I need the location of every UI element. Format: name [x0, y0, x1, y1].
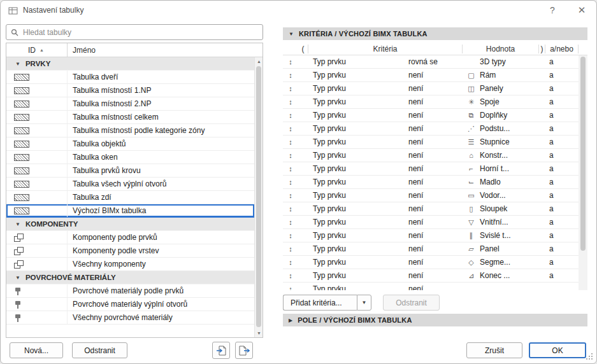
criteria-value[interactable]: ▢ Rám: [463, 71, 539, 80]
reorder-icon[interactable]: ↕: [283, 232, 298, 239]
criteria-logic[interactable]: a: [545, 231, 579, 240]
criteria-logic[interactable]: a: [545, 204, 579, 213]
reorder-icon[interactable]: ↕: [283, 205, 298, 213]
table-row[interactable]: Komponenty podle prvků: [6, 231, 254, 244]
reorder-icon[interactable]: ↕: [283, 285, 298, 290]
table-row[interactable]: Tabulka místností 1.NP: [6, 84, 254, 97]
criteria-operator[interactable]: není: [404, 231, 463, 240]
criteria-row[interactable]: ↕ Typ prvku není ◇ Segme... a: [283, 256, 579, 269]
criteria-panel-header[interactable]: ▼ KRITÉRIA / VÝCHOZÍ BIMX TABULKA: [283, 27, 587, 40]
column-header-name[interactable]: Jméno: [68, 46, 96, 55]
criteria-row[interactable]: ↕ Typ prvku není ∥ Svislé t... a: [283, 229, 579, 242]
criteria-logic[interactable]: a: [545, 97, 579, 106]
criteria-value[interactable]: ⌙ Madlo: [463, 178, 539, 186]
reorder-icon[interactable]: ↕: [283, 178, 298, 186]
criteria-row[interactable]: ↕ Typ prvku není ⋰ Podstu... a: [283, 122, 579, 136]
criteria-name[interactable]: Typ prvku: [308, 97, 404, 106]
cancel-button[interactable]: Zrušit: [466, 342, 522, 358]
criteria-logic[interactable]: a: [545, 164, 579, 173]
criteria-name[interactable]: Typ prvku: [308, 151, 404, 160]
table-row[interactable]: Tabulka všech výplní otvorů: [6, 178, 254, 191]
column-header-id[interactable]: ID: [28, 46, 36, 55]
criteria-value[interactable]: ▭ Vodor...: [463, 191, 539, 200]
table-row[interactable]: Komponenty podle vrstev: [6, 244, 254, 258]
reorder-icon[interactable]: ↕: [283, 245, 298, 253]
reorder-icon[interactable]: ↕: [283, 58, 298, 66]
criteria-logic[interactable]: a: [545, 111, 579, 120]
table-row[interactable]: Povrchové materiály podle prvků: [6, 284, 254, 298]
table-row[interactable]: Tabulka objektů: [6, 137, 254, 151]
reorder-icon[interactable]: ↕: [283, 125, 298, 132]
scroll-up-icon[interactable]: ▲: [255, 57, 263, 66]
reorder-icon[interactable]: ↕: [283, 138, 298, 146]
criteria-logic[interactable]: a: [545, 218, 579, 227]
criteria-value[interactable]: ▱ Panel: [463, 244, 539, 253]
reorder-icon[interactable]: ↕: [283, 258, 298, 266]
criteria-row[interactable]: ↕ Typ prvku není ▯ Sloupek a: [283, 202, 579, 216]
criteria-logic[interactable]: a: [545, 151, 579, 160]
criteria-row[interactable]: ↕ Typ prvku není ▢ Rám a: [283, 69, 579, 82]
criteria-value[interactable]: ⌐ Horní t...: [463, 164, 539, 173]
section-header[interactable]: ▼ PRVKY: [6, 57, 254, 71]
criteria-logic[interactable]: a: [545, 271, 579, 280]
criteria-row[interactable]: ↕ Typ prvku rovná se 3D typy a: [283, 55, 579, 69]
criteria-logic[interactable]: a: [545, 258, 579, 267]
criteria-value[interactable]: ⌂ Konstr...: [463, 151, 539, 160]
criteria-row[interactable]: ↕ Typ prvku není ⊿ Konec ... a: [283, 269, 579, 283]
criteria-value[interactable]: ⧉ Doplňky: [463, 111, 539, 120]
criteria-scrollbar[interactable]: [579, 55, 587, 290]
criteria-operator[interactable]: není: [404, 258, 463, 267]
criteria-logic[interactable]: a: [545, 244, 579, 253]
criteria-operator[interactable]: není: [404, 204, 463, 213]
criteria-value[interactable]: ✳ Spoje: [463, 97, 539, 106]
criteria-row[interactable]: ↕ Typ prvku není ☰ Stupnice a: [283, 136, 579, 149]
criteria-operator[interactable]: rovná se: [404, 57, 463, 66]
criteria-value[interactable]: ▽ Vnitřní...: [463, 218, 539, 227]
criteria-name[interactable]: Typ prvku: [308, 231, 404, 240]
table-row[interactable]: Tabulka místností celkem: [6, 111, 254, 124]
table-row[interactable]: Povrchové materiály výplní otvorů: [6, 298, 254, 311]
criteria-name[interactable]: Typ prvku: [308, 84, 404, 93]
resize-grip[interactable]: [586, 353, 593, 360]
reorder-icon[interactable]: ↕: [283, 218, 298, 226]
criteria-name[interactable]: Typ prvku: [308, 164, 404, 173]
table-row[interactable]: Všechny povrchové materiály: [6, 311, 254, 325]
table-row[interactable]: Tabulka oken: [6, 151, 254, 164]
table-row[interactable]: Tabulka dveří: [6, 71, 254, 84]
reorder-icon[interactable]: ↕: [283, 98, 298, 106]
titlebar[interactable]: Nastavení tabulky ? ✕: [1, 1, 596, 20]
criteria-row[interactable]: ↕ Typ prvku není ✳ Spoje a: [283, 95, 579, 109]
criteria-row[interactable]: ↕ Typ prvku není ▭ Vodor... a: [283, 189, 579, 202]
criteria-name[interactable]: Typ prvku: [308, 111, 404, 120]
table-row[interactable]: Tabulka místností 2.NP: [6, 97, 254, 111]
criteria-value[interactable]: ▯ Sloupek: [463, 204, 539, 213]
criteria-logic[interactable]: a: [545, 84, 579, 93]
table-row[interactable]: Tabulka prvků krovu: [6, 164, 254, 178]
criteria-logic[interactable]: a: [545, 71, 579, 80]
criteria-value[interactable]: ◇ Segme...: [463, 258, 539, 267]
criteria-operator[interactable]: není: [404, 111, 463, 120]
criteria-value[interactable]: ◫ Panely: [463, 84, 539, 93]
add-criteria-dropdown[interactable]: ▼: [357, 295, 371, 311]
table-row[interactable]: Tabulka místností podle kategorie zóny: [6, 124, 254, 137]
criteria-value[interactable]: 3D typy: [463, 57, 539, 66]
criteria-operator[interactable]: není: [404, 97, 463, 106]
criteria-value[interactable]: ☰ Stupnice: [463, 137, 539, 146]
export-schemes-button[interactable]: [235, 342, 253, 359]
criteria-operator[interactable]: není: [404, 71, 463, 80]
criteria-row[interactable]: ↕ Typ prvku není ⌂ Konstr... a: [283, 149, 579, 162]
add-criteria-button[interactable]: Přidat kritéria... ▼: [283, 295, 371, 311]
table-row[interactable]: Tabulka zdí: [6, 191, 254, 204]
add-criteria-label[interactable]: Přidat kritéria...: [283, 295, 357, 311]
criteria-logic[interactable]: a: [545, 191, 579, 200]
criteria-operator[interactable]: není: [404, 164, 463, 173]
criteria-operator[interactable]: není: [404, 218, 463, 227]
criteria-name[interactable]: Typ prvku: [308, 124, 404, 133]
criteria-operator[interactable]: není: [404, 84, 463, 93]
section-header[interactable]: ▼ POVRCHOVÉ MATERIÁLY: [6, 271, 254, 284]
help-button[interactable]: ?: [545, 5, 559, 15]
criteria-name[interactable]: Typ prvku: [308, 191, 404, 200]
reorder-icon[interactable]: ↕: [283, 272, 298, 279]
criteria-name[interactable]: Typ prvku: [308, 258, 404, 267]
left-scrollbar[interactable]: ▲ ▼: [254, 57, 263, 337]
